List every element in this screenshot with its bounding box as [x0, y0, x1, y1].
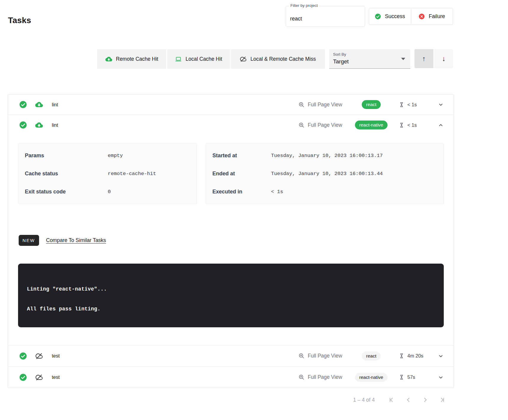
task-row-lint-react[interactable]: lint Full Page View react < 1s — [8, 94, 454, 115]
task-duration: 57s — [398, 374, 435, 380]
executed-in-label: Executed in — [213, 189, 271, 195]
project-filter-label: Filter by project — [289, 3, 319, 8]
expand-row-button[interactable] — [436, 373, 445, 382]
task-row-test-react[interactable]: test Full Page View react 4m 20s — [8, 345, 454, 366]
failure-filter-label: Failure — [429, 13, 445, 20]
task-row-right: Full Page View react < 1s — [296, 100, 445, 109]
cache-filter-group: Remote Cache Hit Local Cache Hit Local &… — [97, 49, 325, 69]
laptop-icon — [175, 56, 182, 62]
last-page-button[interactable] — [438, 396, 445, 403]
task-target: lint — [52, 102, 58, 108]
sort-descending-button[interactable]: ↓ — [434, 49, 453, 68]
previous-page-button[interactable] — [405, 396, 412, 403]
first-page-button[interactable] — [388, 396, 396, 403]
full-page-view-label: Full Page View — [308, 102, 342, 108]
zoom-in-icon — [298, 352, 305, 359]
project-badge: react-native — [355, 373, 388, 382]
task-row-left: test — [19, 373, 60, 381]
tasks-list-card: lint Full Page View react < 1s lint — [8, 94, 454, 388]
task-params-card: Params empty Cache status remote-cache-h… — [18, 143, 197, 204]
failure-filter-button[interactable]: Failure — [411, 8, 453, 25]
executed-in-row: Executed in < 1s — [206, 183, 444, 201]
task-target: test — [52, 374, 60, 380]
local-cache-hit-filter-button[interactable]: Local Cache Hit — [166, 49, 230, 69]
success-filter-label: Success — [385, 13, 405, 20]
full-page-view-button[interactable]: Full Page View — [296, 352, 344, 360]
success-filter-button[interactable]: Success — [369, 8, 411, 25]
page-title: Tasks — [8, 16, 31, 25]
chevron-down-icon — [438, 374, 444, 381]
next-page-button[interactable] — [422, 396, 429, 403]
zoom-in-icon — [298, 122, 305, 129]
executed-in-value: < 1s — [271, 189, 283, 195]
chevron-left-icon — [405, 396, 412, 403]
success-check-icon — [19, 101, 27, 108]
task-row-right: Full Page View react-native < 1s — [296, 121, 445, 129]
expand-row-button[interactable] — [436, 352, 445, 360]
project-badge: react-native — [355, 121, 388, 129]
cloud-slash-icon — [35, 352, 43, 360]
sort-caret-icon — [401, 58, 405, 60]
terminal-line: All files pass linting. — [27, 306, 435, 312]
params-value: empty — [108, 153, 123, 158]
task-row-right: Full Page View react 4m 20s — [296, 352, 445, 360]
task-duration: < 1s — [398, 102, 435, 108]
cache-status-row: Cache status remote-cache-hit — [18, 165, 197, 183]
chevron-down-icon — [438, 353, 444, 359]
task-target: lint — [52, 122, 58, 128]
terminal-output: Linting "react-native"... All files pass… — [18, 264, 444, 327]
full-page-view-button[interactable]: Full Page View — [296, 121, 344, 129]
cache-status-label: Cache status — [25, 171, 108, 177]
ended-at-label: Ended at — [213, 171, 271, 177]
task-row-test-react-native[interactable]: test Full Page View react-native 57s — [8, 367, 454, 388]
success-check-icon — [19, 373, 27, 381]
success-check-icon — [19, 121, 27, 129]
project-badge: react — [362, 100, 381, 109]
local-cache-hit-label: Local Cache Hit — [186, 56, 222, 62]
task-target: test — [52, 353, 60, 359]
task-row-lint-react-native[interactable]: lint Full Page View react-native < 1s — [8, 115, 454, 135]
pagination: 1 – 4 of 4 — [353, 396, 445, 403]
task-timing-card: Started at Tuesday, January 10, 2023 16:… — [206, 143, 444, 204]
new-badge: NEW — [19, 235, 39, 246]
full-page-view-button[interactable]: Full Page View — [296, 101, 344, 108]
success-check-icon — [19, 352, 27, 360]
arrow-down-icon: ↓ — [442, 55, 446, 63]
first-page-icon — [388, 396, 396, 403]
zoom-in-icon — [298, 374, 305, 381]
task-row-left: test — [19, 352, 60, 360]
hourglass-icon — [398, 122, 405, 128]
hourglass-icon — [398, 353, 405, 359]
exit-code-label: Exit status code — [25, 189, 108, 195]
full-page-view-label: Full Page View — [308, 374, 342, 380]
params-label: Params — [25, 153, 108, 159]
sort-direction-group: ↑ ↓ — [414, 49, 453, 68]
exit-code-value: 0 — [108, 189, 111, 195]
project-filter-input[interactable] — [286, 6, 365, 26]
collapse-row-button[interactable] — [436, 121, 445, 129]
expand-row-button[interactable] — [436, 100, 445, 109]
project-badge: react — [362, 352, 381, 360]
cache-miss-filter-button[interactable]: Local & Remote Cache Miss — [230, 49, 325, 69]
cloud-slash-icon — [240, 56, 247, 62]
cloud-download-icon — [35, 121, 43, 129]
pagination-range-label: 1 – 4 of 4 — [353, 397, 375, 403]
sort-by-value: Target — [333, 58, 349, 65]
last-page-icon — [438, 396, 445, 403]
full-page-view-label: Full Page View — [308, 122, 342, 128]
task-row-left: lint — [19, 101, 58, 108]
task-row-right: Full Page View react-native 57s — [296, 373, 445, 382]
sort-ascending-button[interactable]: ↑ — [414, 49, 433, 68]
task-duration: 4m 20s — [398, 353, 435, 359]
full-page-view-label: Full Page View — [308, 353, 342, 359]
arrow-up-icon: ↑ — [422, 55, 426, 63]
terminal-line: Linting "react-native"... — [27, 286, 435, 292]
compare-to-similar-tasks-link[interactable]: Compare To Similar Tasks — [46, 237, 106, 243]
task-duration: < 1s — [398, 122, 435, 128]
remote-cache-hit-filter-button[interactable]: Remote Cache Hit — [97, 49, 166, 69]
exit-code-row: Exit status code 0 — [18, 183, 197, 201]
sort-by-select[interactable]: Sort By Target — [329, 49, 410, 69]
remote-cache-hit-label: Remote Cache Hit — [116, 56, 158, 62]
sort-by-label: Sort By — [333, 52, 346, 57]
full-page-view-button[interactable]: Full Page View — [296, 373, 344, 381]
